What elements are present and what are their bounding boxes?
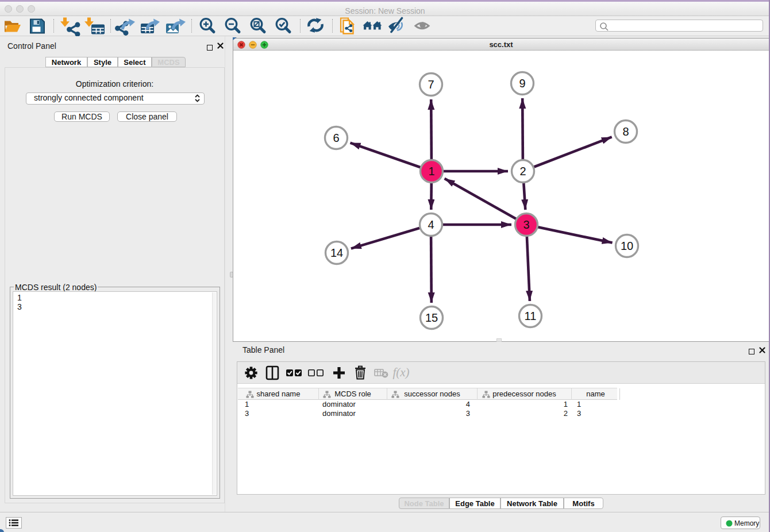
svg-text:6: 6 [333, 132, 339, 144]
svg-text:f(x): f(x) [392, 365, 409, 379]
svg-text:1: 1 [428, 165, 434, 178]
svg-text:3: 3 [523, 218, 529, 231]
svg-text:15: 15 [425, 311, 438, 324]
svg-text:2: 2 [519, 165, 526, 178]
svg-text:11: 11 [525, 310, 537, 322]
svg-text:14: 14 [330, 246, 343, 259]
svg-text:4: 4 [428, 218, 434, 231]
svg-text:7: 7 [428, 78, 434, 91]
svg-text:8: 8 [622, 125, 629, 138]
svg-text:10: 10 [621, 240, 633, 252]
svg-text:9: 9 [519, 77, 525, 90]
